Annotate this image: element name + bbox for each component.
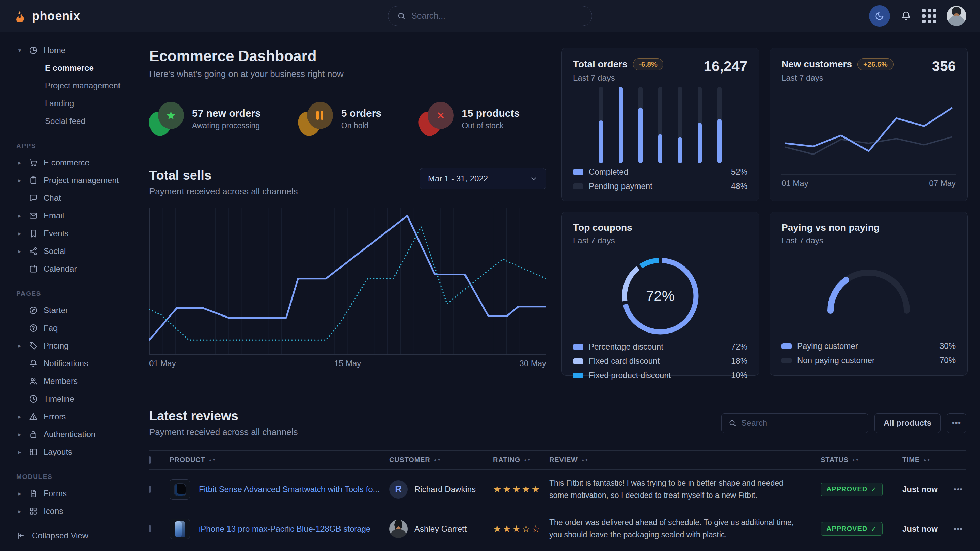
- sidebar-item-label: Notifications: [44, 359, 88, 368]
- row-checkbox[interactable]: [149, 486, 151, 493]
- legend-label: Completed: [589, 167, 725, 177]
- product-thumbnail-smartwatch[interactable]: [170, 479, 190, 500]
- sidebar-item-forms[interactable]: ▸ Forms: [0, 484, 130, 502]
- reviews-table: PRODUCT▲▼ CUSTOMER▲▼ RATING▲▼ REVIEW▲▼ S…: [149, 450, 966, 551]
- sidebar-item-authentication[interactable]: ▸ Authentication: [0, 426, 130, 443]
- sidebar-subitem-project-management[interactable]: Project management: [0, 77, 130, 95]
- check-icon: ✓: [871, 485, 877, 494]
- stat-new-orders: ★ 57 new orders Awating processing: [149, 102, 261, 136]
- row-actions-button[interactable]: •••: [950, 485, 966, 494]
- reviews-subtitle: Payment received across all channels: [149, 427, 298, 437]
- sidebar-item-icons[interactable]: ▸ Icons: [0, 502, 130, 520]
- x-axis-label: 01 May: [781, 179, 808, 188]
- bell-icon: [900, 10, 912, 22]
- row-checkbox[interactable]: [149, 525, 151, 532]
- brand[interactable]: phoenix: [14, 9, 80, 23]
- apps-menu-button[interactable]: [922, 9, 936, 23]
- product-link[interactable]: Fitbit Sense Advanced Smartwatch with To…: [199, 484, 379, 494]
- select-all-checkbox[interactable]: [149, 456, 151, 464]
- sidebar-item-label: Project management: [44, 176, 119, 185]
- legend-fixed-product-discount: Fixed product discount 10%: [573, 371, 748, 380]
- orders-bar-chart: [573, 83, 748, 167]
- stats-divider: [149, 153, 546, 153]
- chevron-right-icon: ▸: [16, 431, 23, 438]
- clipboard-icon: [29, 176, 38, 185]
- sidebar-subitem-social-feed[interactable]: Social feed: [0, 112, 130, 130]
- main-content: Ecommerce Dashboard Here's what's going …: [130, 32, 980, 551]
- collapse-sidebar-button[interactable]: Collapsed View: [0, 520, 130, 551]
- sidebar-item-errors[interactable]: ▸ Errors: [0, 408, 130, 426]
- ellipsis-icon: •••: [952, 419, 961, 427]
- sidebar-item-members[interactable]: Members: [0, 372, 130, 390]
- sidebar-item-pricing[interactable]: ▸ Pricing: [0, 337, 130, 355]
- section-divider: [130, 392, 980, 392]
- bookmark-icon: [29, 229, 38, 238]
- legend-value: 30%: [939, 341, 956, 351]
- sidebar-item-layouts[interactable]: ▸ Layouts: [0, 443, 130, 461]
- chevron-down-icon: ▾: [16, 47, 23, 54]
- all-products-button[interactable]: All products: [875, 413, 940, 433]
- notifications-button[interactable]: [900, 10, 912, 22]
- more-options-button[interactable]: •••: [947, 413, 966, 433]
- customer-avatar[interactable]: [389, 520, 407, 538]
- coupons-donut-chart: 72%: [614, 250, 706, 342]
- product-link[interactable]: iPhone 13 pro max-Pacific Blue-128GB sto…: [199, 524, 371, 534]
- sidebar-item-label: Home: [44, 46, 65, 55]
- stat-value: 57 new orders: [192, 108, 261, 119]
- stat-out-of-stock: ✕ 15 products Out of stock: [419, 102, 520, 136]
- navbar-actions: [869, 5, 966, 27]
- sidebar-item-label: Events: [44, 229, 68, 238]
- total-sells-subtitle: Payment received across all channels: [149, 186, 298, 197]
- legend-fixed-card-discount: Fixed card discount 18%: [573, 356, 748, 366]
- row-actions-button[interactable]: •••: [950, 524, 966, 533]
- sidebar-item-project-management-app[interactable]: ▸ Project management: [0, 171, 130, 189]
- sidebar-item-home[interactable]: ▾ Home: [0, 41, 130, 59]
- sidebar-subitem-landing[interactable]: Landing: [0, 95, 130, 112]
- sidebar-item-faq[interactable]: Faq: [0, 319, 130, 337]
- reviews-search[interactable]: [721, 413, 868, 433]
- sidebar-item-label: Email: [44, 211, 64, 221]
- sort-icon: ▲▼: [209, 459, 216, 462]
- legend-label: Fixed card discount: [589, 356, 725, 366]
- sort-icon: ▲▼: [923, 459, 930, 462]
- sidebar-item-notifications[interactable]: Notifications: [0, 355, 130, 372]
- latest-reviews-section: Latest reviews Payment received across a…: [149, 409, 966, 551]
- customer-avatar[interactable]: R: [389, 480, 407, 499]
- sidebar-item-chat[interactable]: Chat: [0, 189, 130, 207]
- sidebar-item-events[interactable]: ▸ Events: [0, 225, 130, 242]
- legend-swatch: [573, 344, 583, 350]
- date-range-select[interactable]: Mar 1 - 31, 2022: [420, 168, 546, 189]
- column-header-product[interactable]: PRODUCT▲▼: [170, 456, 389, 464]
- column-header-review[interactable]: REVIEW▲▼: [549, 456, 821, 464]
- rating-stars: ★★★☆☆: [493, 524, 549, 534]
- trend-badge: -6.8%: [633, 58, 663, 70]
- review-time: Just now: [902, 524, 950, 534]
- legend-swatch: [573, 169, 583, 175]
- sidebar-subitem-ecommerce[interactable]: E commerce: [0, 59, 130, 77]
- sidebar-item-social[interactable]: ▸ Social: [0, 242, 130, 260]
- product-thumbnail-iphone[interactable]: [170, 519, 190, 539]
- sidebar-item-calendar[interactable]: Calendar: [0, 260, 130, 278]
- customer-name: Richard Dawkins: [414, 484, 476, 494]
- column-header-rating[interactable]: RATING▲▼: [493, 456, 549, 464]
- legend-label: Percentage discount: [589, 342, 725, 352]
- sidebar-item-ecommerce-app[interactable]: ▸ E commerce: [0, 154, 130, 171]
- card-period: Last 7 days: [781, 73, 894, 83]
- column-header-status[interactable]: STATUS▲▼: [821, 456, 902, 464]
- global-search[interactable]: [388, 6, 592, 26]
- sidebar-item-starter[interactable]: Starter: [0, 302, 130, 319]
- status-badge: APPROVED✓: [821, 522, 883, 536]
- sidebar-item-email[interactable]: ▸ Email: [0, 207, 130, 225]
- chevron-down-icon: [530, 175, 538, 183]
- sidebar-item-label: Icons: [44, 507, 63, 516]
- column-header-customer[interactable]: CUSTOMER▲▼: [389, 456, 493, 464]
- global-search-input[interactable]: [411, 11, 583, 21]
- user-avatar[interactable]: [947, 6, 966, 26]
- sidebar-item-timeline[interactable]: Timeline: [0, 390, 130, 408]
- legend-value: 18%: [731, 356, 748, 366]
- reviews-search-input[interactable]: [741, 418, 861, 428]
- column-header-time[interactable]: TIME▲▼: [902, 456, 950, 464]
- table-row: iPhone 13 pro max-Pacific Blue-128GB sto…: [149, 509, 966, 549]
- theme-toggle-button[interactable]: [869, 5, 890, 27]
- compass-icon: [29, 306, 38, 315]
